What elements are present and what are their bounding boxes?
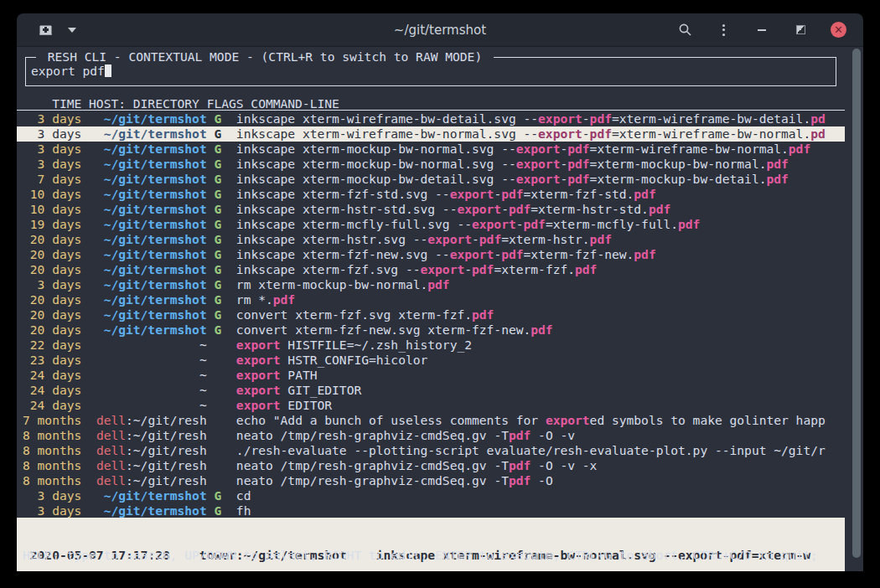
row-command: inkscape xterm-mockup-bw-normal.svg -- [236, 157, 516, 171]
row-command: - [516, 217, 524, 231]
row-directory: ~/git/termshot [104, 217, 207, 231]
history-row[interactable]: 24 days ~ export GIT_EDITOR [17, 383, 845, 398]
history-row[interactable]: 24 days ~ export PATH [17, 368, 845, 383]
row-command-match: export [450, 247, 494, 261]
history-row[interactable]: 3 days ~/git/termshot G cd [17, 488, 845, 503]
row-command-match: pdf [649, 202, 670, 216]
row-flags: G [214, 172, 221, 186]
row-command-match: pdf [766, 157, 788, 171]
row-command: inkscape xterm-fzf.svg -- [236, 262, 421, 276]
row-flags: G [214, 111, 221, 126]
row-directory: ~ [199, 383, 207, 397]
row-directory: :~/git/resh [126, 428, 207, 442]
history-row[interactable]: 8 months dell:~/git/resh ./resh-evaluate… [17, 443, 845, 458]
history-row[interactable]: 7 months dell:~/git/resh echo "Add a bun… [17, 413, 845, 428]
row-directory: ~/git/termshot [104, 111, 207, 126]
row-command: neato /tmp/resh-graphviz-cmdSeq.gv -T [236, 428, 509, 442]
row-command: inkscape xterm-fzf-new.svg -- [236, 247, 450, 261]
history-row[interactable]: 3 days ~/git/termshot G fh [17, 503, 845, 518]
row-time: 7 months [23, 413, 81, 427]
row-directory: ~ [199, 398, 207, 412]
row-flags [214, 353, 221, 367]
row-directory: ~/git/termshot [104, 187, 207, 201]
history-row-selected[interactable]: 3 days ~/git/termshot G inkscape xterm-w… [17, 126, 845, 142]
row-flags [214, 338, 221, 352]
row-command: =xterm-fzf. [494, 262, 575, 276]
row-directory: ~/git/termshot [104, 307, 207, 322]
row-command: fh [236, 503, 251, 518]
history-row[interactable]: 24 days ~ export EDITOR [17, 398, 845, 413]
terminal-content: RESH CLI - CONTEXTUAL MODE - (CTRL+R to … [17, 47, 863, 571]
row-flags: G [214, 232, 221, 246]
restore-button[interactable] [792, 22, 809, 39]
row-flags: G [214, 307, 221, 322]
row-command-match: pdf [634, 247, 655, 261]
row-command: convert xterm-fzf-new.svg xterm-fzf-new. [236, 322, 531, 337]
row-command: convert xterm-fzf.svg xterm-fzf. [236, 307, 472, 322]
history-row[interactable]: 20 days ~/git/termshot G inkscape xterm-… [17, 247, 845, 262]
row-flags [214, 428, 221, 442]
history-row[interactable]: 8 months dell:~/git/resh neato /tmp/resh… [17, 473, 845, 488]
row-flags: G [214, 247, 221, 261]
history-row[interactable]: 22 days ~ export HISTFILE=~/.zsh_history… [17, 338, 845, 353]
history-row[interactable]: 7 days ~/git/termshot G inkscape xterm-m… [17, 172, 845, 187]
row-command-match: pdf [479, 232, 501, 246]
history-row[interactable]: 20 days ~/git/termshot G convert xterm-f… [17, 322, 845, 338]
new-tab-button[interactable] [37, 22, 54, 39]
row-command: -O [531, 473, 552, 487]
row-command-match: pdf [567, 157, 589, 171]
row-command-match: export [516, 157, 561, 171]
close-button[interactable]: ✕ [831, 22, 846, 38]
row-command-match: pdf [531, 322, 552, 337]
row-flags [214, 368, 221, 382]
history-row[interactable]: 20 days ~/git/termshot G rm *.pdf [17, 292, 845, 307]
history-row[interactable]: 3 days ~/git/termshot G rm xterm-mockup-… [17, 277, 845, 292]
scrollbar-thumb[interactable] [852, 49, 861, 558]
row-command: rm *. [236, 292, 273, 307]
new-tab-icon [39, 23, 53, 36]
history-row[interactable]: 20 days ~/git/termshot G inkscape xterm-… [17, 262, 845, 277]
row-flags [214, 473, 221, 487]
row-flags [214, 398, 221, 412]
row-command-match: pdf [509, 473, 531, 487]
row-directory: ~/git/termshot [104, 157, 207, 171]
row-command-match: export [236, 368, 281, 382]
history-row[interactable]: 20 days ~/git/termshot G convert xterm-f… [17, 307, 845, 322]
history-row[interactable]: 10 days ~/git/termshot G inkscape xterm-… [17, 187, 845, 202]
row-command: GIT_EDITOR [281, 383, 362, 397]
history-rows: 3 days ~/git/termshot G inkscape xterm-w… [17, 111, 845, 518]
row-flags: G [214, 488, 221, 503]
tab-menu-button[interactable] [64, 22, 80, 39]
search-button[interactable] [676, 22, 693, 39]
row-command-match: pdf [575, 262, 597, 276]
history-row[interactable]: 3 days ~/git/termshot G inkscape xterm-w… [17, 111, 845, 126]
row-time: 3 days [23, 277, 81, 291]
history-row[interactable]: 3 days ~/git/termshot G inkscape xterm-m… [17, 157, 845, 172]
row-command: -O -v [531, 428, 575, 442]
history-row[interactable]: 19 days ~/git/termshot G inkscape xterm-… [17, 217, 845, 232]
row-directory: ~/git/termshot [104, 262, 207, 276]
row-command: ./resh-evaluate --plotting-script evalua… [236, 443, 826, 457]
history-row[interactable]: 20 days ~/git/termshot G inkscape xterm-… [17, 232, 845, 247]
history-row[interactable]: 10 days ~/git/termshot G inkscape xterm-… [17, 202, 845, 217]
history-row[interactable]: 23 days ~ export HSTR_CONFIG=hicolor [17, 353, 845, 368]
menu-button[interactable] [715, 22, 732, 39]
row-flags: G [214, 217, 221, 231]
row-flags: G [214, 322, 221, 337]
history-row[interactable]: 8 months dell:~/git/resh neato /tmp/resh… [17, 458, 845, 473]
row-command: neato /tmp/resh-graphviz-cmdSeq.gv -T [236, 458, 509, 472]
row-time: 3 days [23, 488, 81, 503]
search-input[interactable]: export pdf [31, 64, 111, 79]
row-command: =xterm-fzf-std. [524, 187, 634, 201]
history-row[interactable]: 8 months dell:~/git/resh neato /tmp/resh… [17, 428, 845, 443]
row-time: 7 days [23, 172, 81, 186]
row-flags: G [214, 202, 221, 216]
row-command-match: pdf [472, 307, 494, 322]
row-time: 20 days [23, 292, 81, 307]
table-header-rule [17, 110, 845, 111]
minimize-button[interactable] [753, 22, 770, 39]
search-query-text: export pdf [31, 64, 105, 78]
selected-entry-detail: 2020-05-07 17:17:28 tower:~/git/termshot… [17, 518, 845, 571]
history-row[interactable]: 3 days ~/git/termshot G inkscape xterm-m… [17, 142, 845, 157]
row-command: =xterm-fzf-new. [524, 247, 634, 261]
